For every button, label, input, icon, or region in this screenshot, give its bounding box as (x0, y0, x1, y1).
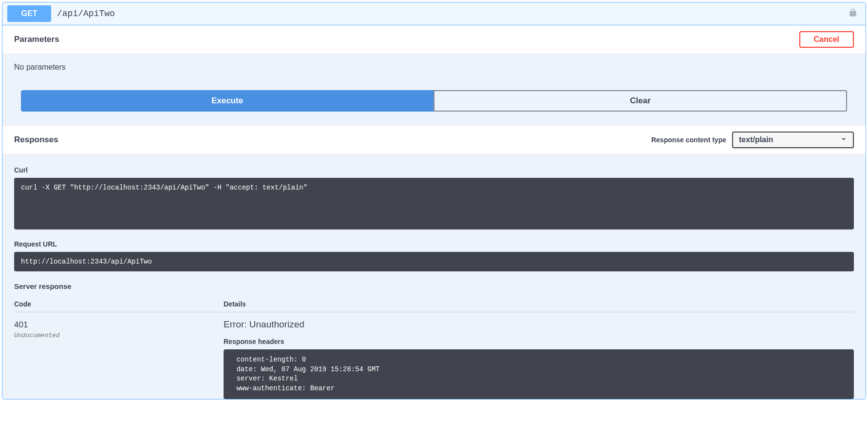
unlock-icon[interactable] (845, 8, 861, 20)
content-type-wrap: Response content type text/plain (651, 132, 854, 148)
content-type-select[interactable]: text/plain (732, 132, 854, 148)
curl-command-box: curl -X GET "http://localhost:2343/api/A… (14, 178, 854, 229)
method-badge: GET (7, 5, 51, 22)
execute-button[interactable]: Execute (21, 90, 434, 112)
endpoint-path: /api/ApiTwo (57, 9, 845, 19)
server-response-label: Server response (14, 282, 854, 290)
response-table-header: Code Details (14, 300, 854, 312)
response-headers-label: Response headers (224, 338, 854, 345)
response-headers-box: content-length: 0 date: Wed, 07 Aug 2019… (224, 349, 854, 399)
content-type-value: text/plain (739, 135, 773, 144)
request-url-box: http://localhost:2343/api/ApiTwo (14, 252, 854, 271)
content-type-label: Response content type (651, 136, 726, 144)
responses-header: Responses Response content type text/pla… (2, 125, 866, 154)
clear-button[interactable]: Clear (434, 90, 847, 112)
parameters-body: No parameters Execute Clear (2, 54, 866, 125)
curl-label: Curl (14, 166, 854, 174)
execute-row: Execute Clear (14, 90, 854, 112)
operation-summary[interactable]: GET /api/ApiTwo (2, 2, 866, 25)
undocumented-label: Undocumented (14, 332, 224, 339)
request-url-label: Request URL (14, 240, 854, 248)
details-cell: Error: Unauthorized Response headers con… (224, 319, 854, 399)
response-row: 401 Undocumented Error: Unauthorized Res… (14, 319, 854, 399)
code-column-header: Code (14, 300, 224, 308)
responses-title: Responses (14, 135, 58, 145)
error-message: Error: Unauthorized (224, 319, 854, 330)
details-column-header: Details (224, 300, 854, 308)
chevron-down-icon (840, 135, 847, 144)
status-code: 401 (14, 320, 224, 330)
code-cell: 401 Undocumented (14, 319, 224, 339)
parameters-title: Parameters (14, 35, 59, 44)
operation-block: GET /api/ApiTwo Parameters Cancel No par… (2, 2, 866, 400)
no-parameters-text: No parameters (14, 63, 854, 72)
cancel-button[interactable]: Cancel (799, 31, 854, 48)
responses-body: Curl curl -X GET "http://localhost:2343/… (2, 154, 866, 399)
parameters-header: Parameters Cancel (2, 25, 866, 54)
